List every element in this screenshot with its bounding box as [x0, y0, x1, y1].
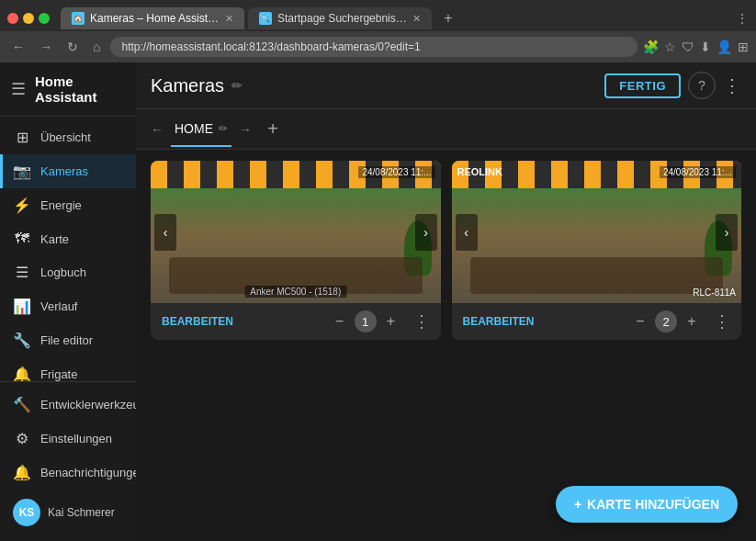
- sidebar-item-label-cameras: Kameras: [40, 164, 88, 178]
- title-edit-pencil-icon[interactable]: ✏: [231, 78, 243, 93]
- browser-toolbar: ← → ↻ ⌂ 🧩 ☆ 🛡 ⬇ 👤 ⊞: [0, 31, 756, 62]
- settings-icon: ⚙: [13, 430, 31, 447]
- tab-close-1[interactable]: ✕: [225, 13, 233, 25]
- tab-forward-button[interactable]: →: [239, 122, 252, 137]
- counter-plus-button-1[interactable]: +: [380, 310, 402, 332]
- overview-icon: ⊞: [13, 129, 31, 146]
- main-content: Kameras ✏ FERTIG ? ⋮ ← HOME ✏ → +: [136, 62, 756, 541]
- counter-minus-button-1[interactable]: −: [329, 310, 351, 332]
- extensions-grid-icon[interactable]: ⊞: [738, 39, 749, 54]
- add-card-plus-icon: +: [574, 497, 581, 512]
- shield-icon[interactable]: 🛡: [682, 39, 694, 54]
- sidebar-item-label-history: Verlauf: [40, 299, 77, 313]
- sidebar-item-logbook[interactable]: ☰ Logbuch: [0, 255, 136, 289]
- back-button[interactable]: ←: [7, 37, 29, 57]
- camera-label-br-2: RLC-811A: [693, 287, 736, 298]
- tab-favicon-1: 🏠: [72, 12, 85, 25]
- counter-group-2: − 2 +: [629, 310, 703, 332]
- profile-icon[interactable]: 👤: [717, 39, 732, 54]
- tab-close-2[interactable]: ✕: [412, 13, 421, 25]
- sidebar-item-notifications[interactable]: 🔔 Benachrichtigungen 1: [0, 456, 136, 490]
- sidebar-item-label-settings: Einstellungen: [40, 432, 112, 445]
- counter-plus-button-2[interactable]: +: [681, 310, 703, 332]
- done-button[interactable]: FERTIG: [604, 73, 681, 98]
- sidebar-item-history[interactable]: 📊 Verlauf: [0, 289, 136, 323]
- counter-group-1: − 1 +: [329, 310, 402, 332]
- camera-card-1: 24/08/2023 11:... Anker MC500 - (1518) ‹…: [151, 161, 441, 340]
- logbook-icon: ☰: [13, 264, 31, 281]
- minimize-window-button[interactable]: [23, 13, 34, 24]
- camera-timestamp-2: 24/08/2023 11:...: [660, 166, 736, 178]
- header-more-button[interactable]: ⋮: [723, 74, 741, 96]
- tab-edit-pencil-icon[interactable]: ✏: [219, 122, 228, 135]
- sidebar-item-map[interactable]: 🗺 Karte: [0, 222, 136, 255]
- sidebar-item-overview[interactable]: ⊞ Übersicht: [0, 120, 136, 154]
- hamburger-menu-icon[interactable]: ☰: [11, 79, 26, 99]
- browser-toolbar-icons: 🧩 ☆ 🛡 ⬇ 👤 ⊞: [643, 39, 749, 54]
- tab-title-2: Startpage Suchergebnisse: [277, 12, 407, 25]
- active-tab[interactable]: 🏠 Kameras – Home Assistant ✕: [61, 7, 244, 29]
- sidebar-item-frigate[interactable]: 🔔 Frigate: [0, 357, 136, 381]
- browser-menu-button[interactable]: ⋮: [736, 11, 749, 26]
- new-tab-button[interactable]: +: [435, 6, 461, 31]
- sidebar-item-label-logbook: Logbuch: [40, 265, 86, 279]
- page-header: Kameras ✏ FERTIG ? ⋮: [136, 62, 756, 109]
- add-tab-button[interactable]: +: [259, 116, 287, 143]
- camera-controls-1: BEARBEITEN − 1 + ⋮: [151, 303, 441, 340]
- sidebar-item-file-editor[interactable]: 🔧 File editor: [0, 323, 136, 357]
- camera-prev-button-1[interactable]: ‹: [154, 214, 176, 251]
- notifications-icon: 🔔: [13, 464, 31, 481]
- tab-back-button[interactable]: ←: [151, 122, 164, 137]
- sidebar-item-label-map: Karte: [40, 232, 69, 246]
- forward-button[interactable]: →: [35, 37, 57, 57]
- camera-edit-button-2[interactable]: BEARBEITEN: [463, 315, 535, 328]
- sidebar-item-energy[interactable]: ⚡ Energie: [0, 188, 136, 222]
- camera-next-button-2[interactable]: ›: [716, 214, 738, 251]
- reload-button[interactable]: ↻: [62, 37, 83, 57]
- camera-edit-button-1[interactable]: BEARBEITEN: [162, 315, 233, 328]
- map-icon: 🗺: [13, 231, 31, 247]
- camera-label-1: Anker MC500 - (1518): [244, 286, 346, 298]
- extensions-icon[interactable]: 🧩: [643, 39, 659, 54]
- tab-bar: ← HOME ✏ → +: [136, 109, 756, 150]
- camera-more-button-1[interactable]: ⋮: [413, 311, 430, 332]
- add-card-label: KARTE HINZUFÜGEN: [587, 497, 719, 512]
- browser-tab-bar: 🏠 Kameras – Home Assistant ✕ 🔍 Startpage…: [0, 0, 756, 31]
- camera-prev-button-2[interactable]: ‹: [456, 214, 478, 251]
- history-icon: 📊: [13, 298, 31, 315]
- inactive-tab[interactable]: 🔍 Startpage Suchergebnisse ✕: [248, 7, 432, 29]
- bookmark-icon[interactable]: ☆: [664, 39, 676, 54]
- energy-icon: ⚡: [13, 197, 31, 214]
- sidebar-item-label-devtools: Entwicklerwerkzeuge: [40, 398, 136, 411]
- tab-title-1: Kameras – Home Assistant: [90, 12, 220, 25]
- furniture-2: [470, 257, 724, 294]
- camera-card-2: 24/08/2023 11:... REOLINK RLC-811A ‹ › B…: [452, 161, 742, 340]
- camera-next-button-1[interactable]: ›: [415, 214, 437, 251]
- tab-favicon-2: 🔍: [259, 12, 272, 25]
- camera-feed-1: [151, 161, 441, 303]
- page-title: Kameras: [151, 75, 224, 96]
- camera-preview-1: 24/08/2023 11:... Anker MC500 - (1518) ‹…: [151, 161, 441, 303]
- download-icon[interactable]: ⬇: [700, 39, 711, 54]
- home-tab-label: HOME: [175, 121, 213, 136]
- devtools-icon: 🔨: [13, 396, 31, 413]
- sidebar-item-label-energy: Energie: [40, 198, 82, 212]
- sidebar-item-label-file-editor: File editor: [40, 333, 93, 347]
- home-button[interactable]: ⌂: [88, 37, 105, 57]
- address-bar[interactable]: [110, 37, 638, 57]
- sidebar-item-devtools[interactable]: 🔨 Entwicklerwerkzeuge: [0, 388, 136, 422]
- close-window-button[interactable]: [7, 13, 18, 24]
- camera-more-button-2[interactable]: ⋮: [714, 311, 730, 332]
- sidebar-bottom: 🔨 Entwicklerwerkzeuge ⚙ Einstellungen 🔔 …: [0, 381, 136, 541]
- sidebar-item-settings[interactable]: ⚙ Einstellungen: [0, 422, 136, 456]
- maximize-window-button[interactable]: [39, 13, 50, 24]
- sidebar-item-label-overview: Übersicht: [40, 130, 91, 144]
- help-button[interactable]: ?: [688, 72, 716, 99]
- counter-minus-button-2[interactable]: −: [629, 310, 651, 332]
- cameras-icon: 📷: [13, 163, 31, 180]
- sidebar-item-cameras[interactable]: 📷 Kameras: [0, 154, 136, 188]
- user-section[interactable]: KS Kai Schmerer: [0, 490, 136, 535]
- camera-feed-2: [452, 161, 742, 303]
- home-tab[interactable]: HOME ✏: [171, 112, 231, 147]
- add-card-button[interactable]: + KARTE HINZUFÜGEN: [556, 486, 738, 523]
